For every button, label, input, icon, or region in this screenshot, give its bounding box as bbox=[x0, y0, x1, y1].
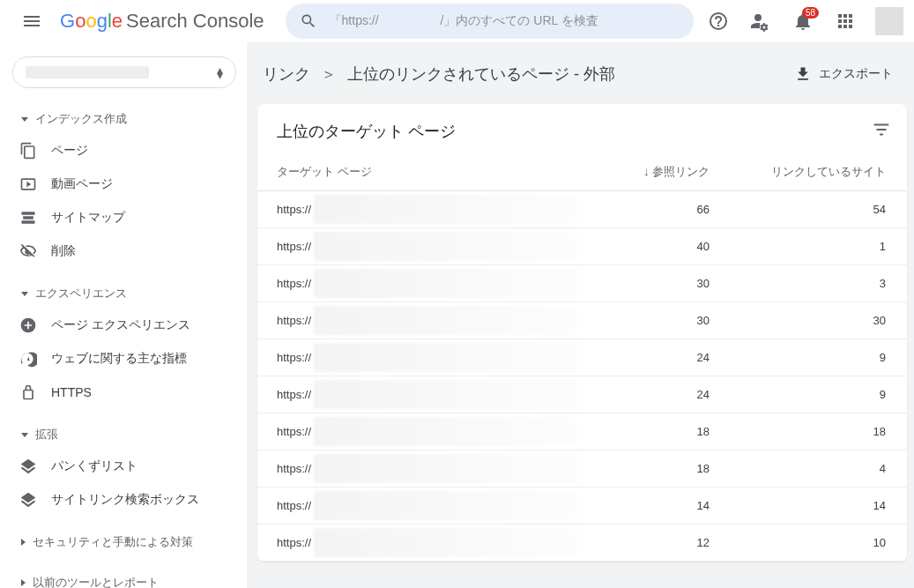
cell-sites: 30 bbox=[731, 302, 907, 339]
table-row[interactable]: https://3030 bbox=[257, 302, 907, 339]
cell-url: https:// bbox=[257, 265, 581, 302]
users-settings-button[interactable] bbox=[743, 4, 778, 39]
col-target-page[interactable]: ターゲット ページ bbox=[257, 155, 581, 191]
cell-links: 30 bbox=[581, 302, 731, 339]
filter-icon bbox=[872, 120, 891, 139]
visibility-off-icon bbox=[19, 242, 37, 260]
cell-sites: 18 bbox=[731, 413, 907, 450]
lock-icon bbox=[19, 383, 37, 401]
nav-item-pages[interactable]: ページ bbox=[0, 134, 247, 167]
table-row[interactable]: https://1210 bbox=[257, 525, 907, 562]
links-table: ターゲット ページ 参照リンク リンクしているサイト https://6654h… bbox=[257, 155, 907, 562]
table-row[interactable]: https://303 bbox=[257, 265, 907, 302]
cell-links: 30 bbox=[581, 265, 731, 302]
search-icon bbox=[300, 12, 317, 30]
layers-icon bbox=[19, 458, 37, 475]
chevron-right-icon: ＞ bbox=[321, 63, 337, 85]
cell-url: https:// bbox=[257, 488, 581, 525]
app-header: Google Search Console 「https:// /」内のすべての… bbox=[0, 0, 914, 42]
download-icon bbox=[794, 65, 812, 83]
nav-section-security[interactable]: セキュリティと手動による対策 bbox=[0, 527, 247, 557]
nav-section-legacy-tools[interactable]: 以前のツールとレポート bbox=[0, 568, 247, 588]
cell-url: https:// bbox=[257, 339, 581, 376]
cell-sites: 1 bbox=[731, 228, 907, 265]
cell-sites: 54 bbox=[731, 191, 907, 228]
nav-item-video-pages[interactable]: 動画ページ bbox=[0, 167, 247, 201]
nav-item-sitemaps[interactable]: サイトマップ bbox=[0, 201, 247, 234]
sitemap-icon bbox=[19, 209, 37, 227]
google-logo[interactable]: Google Search Console bbox=[60, 10, 279, 33]
layers-icon bbox=[19, 491, 37, 509]
table-row[interactable]: https://249 bbox=[257, 376, 907, 413]
nav-item-page-experience[interactable]: ページ エクスペリエンス bbox=[0, 309, 247, 342]
apps-grid-button[interactable] bbox=[828, 4, 863, 39]
property-selector[interactable]: ▴▾ bbox=[12, 56, 236, 88]
sidebar-nav: ▴▾ インデックス作成 ページ 動画ページ サイトマップ 削除 エクスペリエンス… bbox=[0, 42, 247, 588]
cell-url: https:// bbox=[257, 302, 581, 339]
cell-sites: 9 bbox=[731, 339, 907, 376]
video-icon bbox=[19, 175, 37, 193]
export-button[interactable]: エクスポート bbox=[787, 60, 900, 88]
chevron-updown-icon: ▴▾ bbox=[217, 67, 223, 78]
nav-item-removals[interactable]: 削除 bbox=[0, 234, 247, 268]
table-row[interactable]: https://184 bbox=[257, 450, 907, 488]
table-row[interactable]: https://401 bbox=[257, 228, 907, 265]
cell-links: 18 bbox=[581, 413, 731, 450]
cell-url: https:// bbox=[257, 228, 581, 265]
main-content: リンク ＞ 上位のリンクされているページ - 外部 エクスポート 上位のターゲッ… bbox=[247, 42, 914, 588]
cell-url: https:// bbox=[257, 525, 581, 562]
nav-section-indexing[interactable]: インデックス作成 bbox=[0, 104, 247, 134]
nav-item-breadcrumbs[interactable]: パンくずリスト bbox=[0, 450, 247, 483]
pages-icon bbox=[19, 142, 37, 160]
table-row[interactable]: https://1414 bbox=[257, 488, 907, 525]
filter-button[interactable] bbox=[872, 120, 891, 143]
nav-item-sitelinks-searchbox[interactable]: サイトリンク検索ボックス bbox=[0, 483, 247, 517]
add-circle-icon bbox=[19, 316, 37, 334]
speed-icon bbox=[19, 350, 37, 368]
notifications-button[interactable]: 58 bbox=[785, 4, 821, 39]
notification-badge: 58 bbox=[802, 7, 819, 19]
col-linking-sites[interactable]: リンクしているサイト bbox=[731, 155, 907, 191]
table-row[interactable]: https://1818 bbox=[257, 413, 907, 450]
table-row[interactable]: https://6654 bbox=[257, 191, 907, 228]
nav-item-core-web-vitals[interactable]: ウェブに関する主な指標 bbox=[0, 342, 247, 376]
product-name: Search Console bbox=[126, 10, 264, 33]
cell-links: 24 bbox=[581, 339, 731, 376]
cell-links: 24 bbox=[581, 376, 731, 413]
cell-links: 66 bbox=[581, 191, 731, 228]
url-inspection-search[interactable]: 「https:// /」内のすべての URL を検査 bbox=[286, 4, 694, 39]
cell-sites: 4 bbox=[731, 450, 907, 488]
card-title: 上位のターゲット ページ bbox=[277, 121, 456, 142]
account-avatar[interactable] bbox=[875, 7, 903, 35]
breadcrumb: リンク ＞ 上位のリンクされているページ - 外部 bbox=[263, 63, 615, 85]
cell-url: https:// bbox=[257, 376, 581, 413]
cell-links: 40 bbox=[581, 228, 731, 265]
cell-sites: 3 bbox=[731, 265, 907, 302]
hamburger-menu[interactable] bbox=[11, 0, 53, 42]
cell-sites: 10 bbox=[731, 525, 907, 562]
nav-section-experience[interactable]: エクスペリエンス bbox=[0, 279, 247, 309]
nav-item-https[interactable]: HTTPS bbox=[0, 376, 247, 409]
table-row[interactable]: https://249 bbox=[257, 339, 907, 376]
cell-links: 18 bbox=[581, 450, 731, 488]
cell-sites: 9 bbox=[731, 376, 907, 413]
cell-links: 14 bbox=[581, 488, 731, 525]
help-button[interactable] bbox=[701, 4, 736, 39]
cell-url: https:// bbox=[257, 450, 581, 488]
breadcrumb-current: 上位のリンクされているページ - 外部 bbox=[347, 63, 615, 85]
nav-section-enhancements[interactable]: 拡張 bbox=[0, 420, 247, 450]
cell-sites: 14 bbox=[731, 488, 907, 525]
cell-url: https:// bbox=[257, 413, 581, 450]
cell-url: https:// bbox=[257, 191, 581, 228]
search-placeholder: 「https:// /」内のすべての URL を検査 bbox=[330, 13, 598, 29]
cell-links: 12 bbox=[581, 525, 731, 562]
top-target-pages-card: 上位のターゲット ページ ターゲット ページ 参照リンク リンクしているサイト … bbox=[257, 104, 907, 562]
property-name-redacted bbox=[26, 66, 149, 78]
breadcrumb-root[interactable]: リンク bbox=[263, 63, 310, 85]
col-incoming-links[interactable]: 参照リンク bbox=[581, 155, 731, 191]
